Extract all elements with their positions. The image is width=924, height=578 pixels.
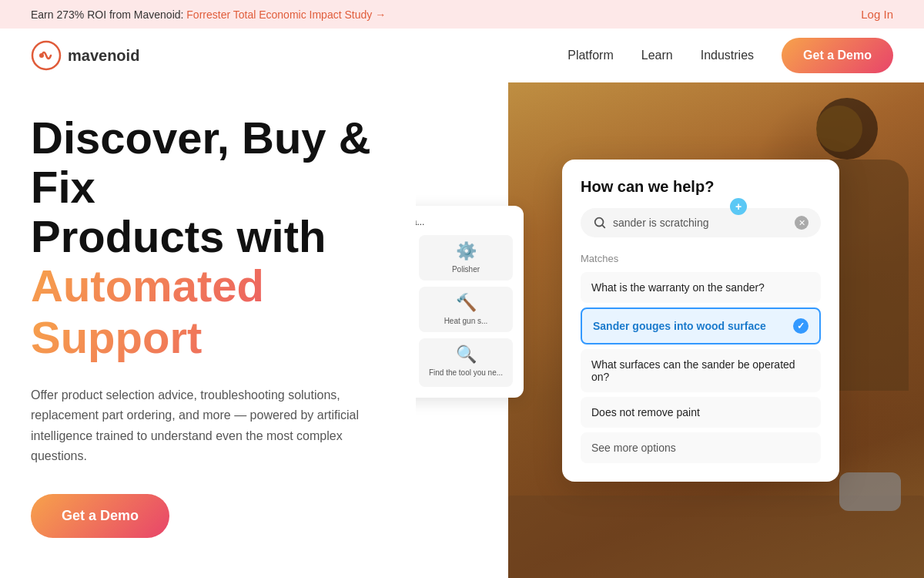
match-item-0[interactable]: What is the warranty on the sander? [581,272,821,303]
product-grid-title: What product do you ha... [416,217,513,227]
match-text-2: What surfaces can the sander be operated… [591,358,810,383]
nav-platform[interactable]: Platform [567,49,614,62]
get-demo-nav-button[interactable]: Get a Demo [782,38,893,73]
banner-static-text: Earn 273% ROI from Mavenoid: [31,8,186,21]
hero-title-line2: Fix [31,162,95,212]
login-link[interactable]: Log In [861,8,893,21]
main-content: Discover, Buy & Fix Products with Automa… [0,82,924,578]
search-icon [593,216,607,230]
nav-industries[interactable]: Industries [701,49,754,62]
top-banner: Earn 273% ROI from Mavenoid: Forrester T… [0,0,924,29]
match-item-2[interactable]: What surfaces can the sander be operated… [581,349,821,392]
product-grid-card: What product do you ha... 🔫 Paint and st… [416,206,524,398]
logo-text: mavenoid [68,47,139,65]
match-text-0: What is the warranty on the sander? [591,281,765,294]
product-label-3: Heat gun s... [425,316,507,326]
see-more-options[interactable]: See more options [581,432,821,463]
product-item-1[interactable]: ⚙️ Polisher [419,235,513,281]
svg-point-1 [39,53,44,58]
search-clear-button[interactable]: ✕ [795,216,808,230]
help-card-title: How can we help? [581,178,821,196]
hero-title-gradient1: Automated [31,260,385,312]
product-item-3[interactable]: 🔨 Heat gun s... [419,287,513,332]
product-label-5: Find the tool you ne... [425,368,507,378]
product-grid: 🔫 Paint and stain sprayer ⚙️ Polisher 🔧 … [416,235,513,387]
clear-icon: ✕ [798,219,805,227]
banner-text: Earn 273% ROI from Mavenoid: Forrester T… [31,8,386,21]
plus-badge: + [730,198,747,215]
polisher-icon: ⚙️ [425,241,507,261]
hero-right: What product do you ha... 🔫 Paint and st… [416,82,924,578]
hero-description: Offer product selection advice, troubles… [31,385,385,467]
heat-gun-icon: 🔨 [425,293,507,313]
hero-title-line3: Products with [31,211,326,261]
logo-icon [31,40,62,71]
help-card: How can we help? sander is scratching ✕ … [562,160,839,482]
match-item-3[interactable]: Does not remove paint [581,397,821,428]
nav-learn[interactable]: Learn [641,49,673,62]
search-text: sander is scratching [613,217,788,229]
product-item-5[interactable]: 🔍 Find the tool you ne... [419,338,513,387]
matches-label: Matches [581,253,821,264]
nav-links: Platform Learn Industries Get a Demo [567,38,893,73]
navbar: mavenoid Platform Learn Industries Get a… [0,29,924,82]
match-item-1[interactable]: Sander gouges into wood surface ✓ [581,307,821,344]
get-demo-hero-button[interactable]: Get a Demo [31,494,169,538]
find-tool-icon: 🔍 [425,344,507,365]
hero-title: Discover, Buy & Fix Products with Automa… [31,113,385,364]
checkmark: ✓ [797,321,805,331]
match-text-1: Sander gouges into wood surface [593,320,766,332]
banner-link[interactable]: Forrester Total Economic Impact Study → [186,8,386,21]
hero-title-gradient2: Support [31,312,385,364]
search-bar[interactable]: sander is scratching ✕ [581,208,821,237]
product-label-1: Polisher [425,264,507,274]
match-text-3: Does not remove paint [591,406,700,418]
hero-title-line1: Discover, Buy & [31,113,371,163]
ui-overlay: What product do you ha... 🔫 Paint and st… [462,160,739,482]
logo-area: mavenoid [31,40,139,71]
hero-left: Discover, Buy & Fix Products with Automa… [0,82,416,578]
check-icon: ✓ [793,318,808,334]
